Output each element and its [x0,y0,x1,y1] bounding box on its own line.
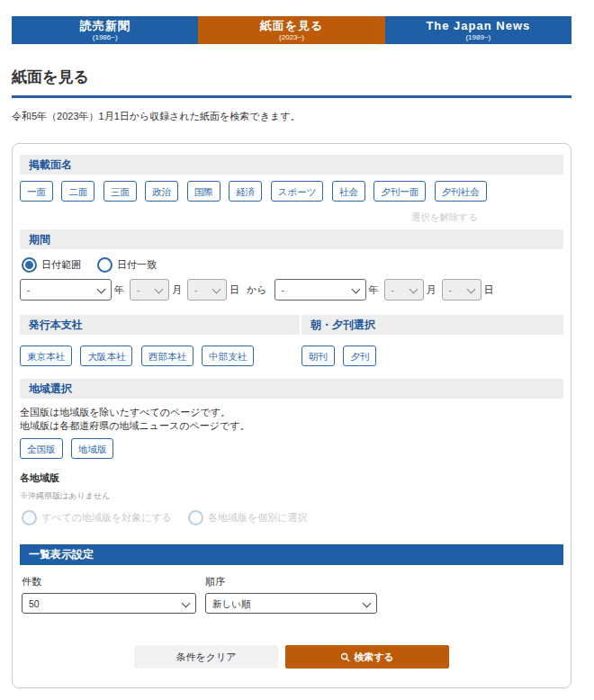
count-select[interactable]: 50 [22,593,196,614]
from-day-select[interactable]: - [187,279,227,301]
tab-sublabel: (1989~) [385,33,572,41]
region-sub-title: 各地域版 [20,471,563,485]
region-buttons: 全国版 地域版 [20,438,563,459]
tab-label: The Japan News [385,20,572,33]
section-header-period: 期間 [20,229,563,249]
tab-item[interactable]: The Japan News (1989~) [385,16,572,44]
section-header-page-name: 掲載面名 [20,155,563,175]
page-name-button[interactable]: 政治 [145,181,178,202]
page-name-button[interactable]: 経済 [229,181,262,202]
radio-icon [97,257,112,273]
clear-selection-link[interactable]: 選択を解除する [20,211,478,224]
edition-button[interactable]: 夕刊 [343,346,376,366]
list-settings-selects: 50 新しい順 [20,593,563,614]
search-form-card: 掲載面名 一面 二面 三面 政治 国際 経済 スポーツ 社会 夕刊一面 夕刊社会 [12,143,572,688]
from-year-select[interactable]: - [20,279,112,301]
section-header-edition: 朝・夕刊選択 [302,315,563,335]
tab-label: 紙面を見る [198,20,384,33]
radio-icon [188,510,203,525]
from-month-unit: 月 [172,283,182,297]
page-name-button[interactable]: 夕刊一面 [374,181,426,202]
region-mode-radio: 各地域版を個別に選択 [188,510,308,525]
page-name-button[interactable]: 社会 [332,181,365,202]
publisher-button[interactable]: 大阪本社 [80,346,132,366]
publisher-button[interactable]: 東京本社 [20,346,72,366]
count-label: 件数 [22,575,205,588]
main-container: 読売新聞 (1986~) 紙面を見る (2023~) The Japan New… [12,16,572,688]
radio-label: 日付範囲 [41,258,81,272]
split-buttons-row: 東京本社 大阪本社 西部本社 中部支社 朝刊 夕刊 [20,346,563,366]
page-description: 令和5年（2023年）1月1日から収録された紙面を検索できます。 [12,110,572,123]
date-mode-radio[interactable]: 日付範囲 [22,257,81,273]
from-month-select[interactable]: - [130,279,169,301]
to-day-select[interactable]: - [442,279,482,301]
action-buttons: 条件をクリア 検索する [20,645,563,669]
region-mode-radio: すべての地域版を対象にする [22,510,172,525]
section-header-publisher: 発行本支社 [20,315,300,335]
region-description: 全国版は地域版を除いたすべてのページです。 地域版は各都道府県の地域ニュースのペ… [20,406,563,433]
region-description-line1: 全国版は地域版を除いたすべてのページです。 [20,406,563,419]
to-month-select[interactable]: - [384,279,424,301]
page-name-button[interactable]: 一面 [20,181,53,202]
radio-icon [22,257,37,273]
to-year-select[interactable]: - [274,279,366,301]
region-mode-radios: すべての地域版を対象にする 各地域版を個別に選択 [22,510,563,525]
to-month-unit: 月 [427,283,436,297]
date-mode-radio[interactable]: 日付一致 [97,257,157,273]
search-button-label: 検索する [354,651,394,664]
radio-label: すべての地域版を対象にする [41,511,172,525]
section-header-list-settings: 一覧表示設定 [20,544,563,565]
tab-sublabel: (1986~) [12,33,198,41]
page-name-button[interactable]: 三面 [104,181,137,202]
publisher-button[interactable]: 西部本社 [141,346,194,366]
region-description-line2: 地域版は各都道府県の地域ニュースのページです。 [20,419,563,433]
page-title: 紙面を見る [12,67,572,87]
page-name-button[interactable]: 夕刊社会 [435,181,487,202]
tab-label: 読売新聞 [12,20,198,33]
publisher-buttons: 東京本社 大阪本社 西部本社 中部支社 [20,346,302,366]
from-day-unit: 日 [230,283,239,297]
search-button[interactable]: 検索する [285,645,449,669]
to-year-unit: 年 [369,283,379,297]
range-connector: から [247,283,267,297]
radio-label: 日付一致 [117,258,157,272]
publisher-button[interactable]: 中部支社 [202,346,254,366]
radio-label: 各地域版を個別に選択 [208,511,308,525]
edition-button[interactable]: 朝刊 [302,346,335,366]
date-range-row: - 年 - 月 - 日 から - 年 - 月 - 日 [20,279,563,301]
tab-item[interactable]: 読売新聞 (1986~) [12,16,198,44]
search-icon [340,652,350,662]
radio-icon [22,510,37,525]
page-name-button[interactable]: スポーツ [271,181,324,202]
split-section-headers: 発行本支社 朝・夕刊選択 [20,315,563,335]
tab-item[interactable]: 紙面を見る (2023~) [198,16,384,44]
title-underline [12,95,572,98]
order-label: 順序 [205,575,225,588]
to-day-unit: 日 [484,283,494,297]
from-year-unit: 年 [114,283,124,297]
tab-sublabel: (2023~) [198,33,384,41]
date-mode-radios: 日付範囲 日付一致 [22,257,563,273]
list-settings-labels: 件数 順序 [20,575,563,588]
order-select[interactable]: 新しい順 [205,593,377,614]
page-name-button[interactable]: 国際 [187,181,220,202]
page-name-buttons: 一面 二面 三面 政治 国際 経済 スポーツ 社会 夕刊一面 夕刊社会 [20,181,563,202]
top-tab-bar: 読売新聞 (1986~) 紙面を見る (2023~) The Japan New… [12,16,572,44]
page-name-button[interactable]: 二面 [61,181,94,202]
section-header-region: 地域選択 [20,379,563,399]
region-button[interactable]: 全国版 [20,438,63,459]
region-button[interactable]: 地域版 [71,438,114,459]
clear-conditions-button[interactable]: 条件をクリア [134,645,278,669]
edition-buttons: 朝刊 夕刊 [302,346,381,366]
okinawa-note: ※沖縄県版はありません [20,490,563,502]
